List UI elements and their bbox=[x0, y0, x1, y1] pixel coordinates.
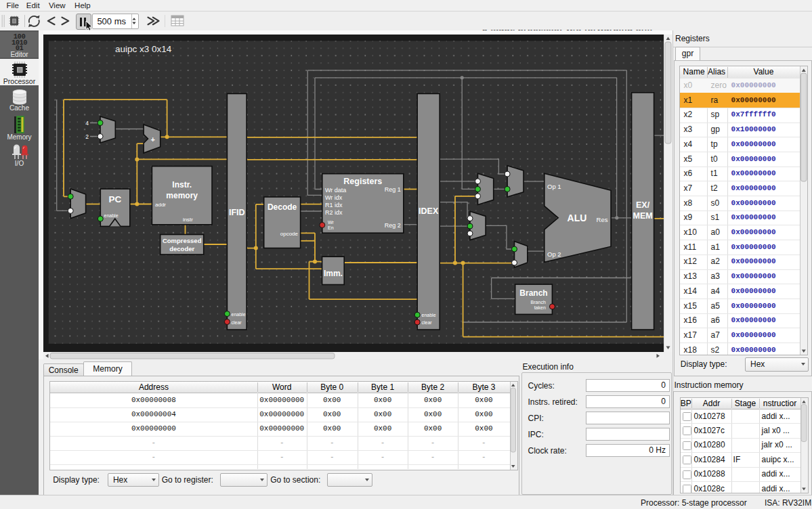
svg-text:EX/: EX/ bbox=[636, 200, 650, 210]
svg-text:Registers: Registers bbox=[343, 177, 382, 186]
svg-text:Instr.: Instr. bbox=[172, 180, 192, 190]
svg-text:Wr: Wr bbox=[328, 220, 334, 225]
svg-text:+: + bbox=[151, 135, 155, 143]
svg-text:Op 1: Op 1 bbox=[547, 183, 561, 190]
svg-text:Compressed: Compressed bbox=[163, 237, 202, 244]
svg-text:instr: instr bbox=[183, 217, 193, 223]
svg-text:4: 4 bbox=[85, 120, 89, 127]
svg-text:Decode: Decode bbox=[268, 202, 297, 212]
svg-text:addr: addr bbox=[155, 202, 166, 208]
svg-text:enable: enable bbox=[104, 213, 119, 218]
svg-text:auipc x3 0x14: auipc x3 0x14 bbox=[115, 44, 172, 54]
svg-text:Res: Res bbox=[597, 216, 608, 223]
svg-text:R1 idx: R1 idx bbox=[325, 202, 343, 208]
svg-text:Wr data: Wr data bbox=[325, 187, 346, 194]
svg-text:En: En bbox=[328, 225, 334, 230]
svg-text:clear: clear bbox=[232, 320, 242, 325]
svg-text:enable: enable bbox=[422, 313, 436, 317]
svg-text:2: 2 bbox=[85, 133, 89, 140]
svg-text:R2 idx: R2 idx bbox=[325, 209, 343, 216]
svg-text:Wr idx: Wr idx bbox=[325, 194, 343, 201]
svg-text:decoder: decoder bbox=[169, 245, 194, 252]
svg-text:Reg 2: Reg 2 bbox=[385, 222, 401, 229]
svg-text:MEM: MEM bbox=[633, 211, 653, 221]
svg-text:ALU: ALU bbox=[568, 213, 587, 223]
svg-text:Imm.: Imm. bbox=[324, 269, 343, 278]
svg-text:Op 2: Op 2 bbox=[547, 250, 561, 258]
svg-text:enable: enable bbox=[232, 312, 246, 317]
svg-text:Branch: Branch bbox=[519, 288, 547, 298]
svg-text:memory: memory bbox=[166, 191, 198, 200]
svg-text:IDEX: IDEX bbox=[419, 206, 439, 216]
svg-text:Reg 1: Reg 1 bbox=[385, 186, 401, 193]
svg-text:opcode: opcode bbox=[280, 231, 299, 237]
svg-text:Branch: Branch bbox=[531, 300, 546, 305]
svg-text:IFID: IFID bbox=[229, 208, 245, 217]
svg-text:PC: PC bbox=[109, 194, 122, 204]
svg-text:clear: clear bbox=[422, 320, 433, 325]
svg-text:taken: taken bbox=[534, 305, 546, 310]
